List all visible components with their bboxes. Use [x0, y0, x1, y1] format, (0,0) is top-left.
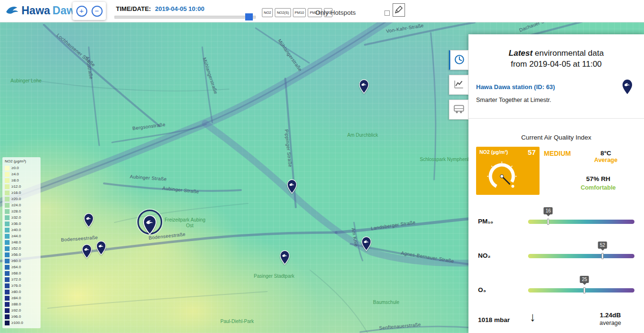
legend-swatch: [5, 166, 10, 171]
pollutant-chip-pm10[interactable]: PM10: [293, 8, 306, 17]
panel-title-line2: from 2019-04-05 at 11:00: [468, 60, 644, 69]
map-marker[interactable]: [82, 244, 93, 259]
legend-item: ≥40.0: [5, 227, 38, 233]
legend-swatch: [5, 191, 10, 195]
legend-label: ≥24.0: [11, 203, 21, 207]
street-label: Senftenauerstraße: [379, 322, 421, 331]
park-label: Ost: [186, 223, 194, 228]
transport-tab-button[interactable]: [449, 100, 468, 120]
panel-tool-buttons: [449, 50, 468, 120]
chart-tab-button[interactable]: [449, 75, 468, 95]
temperature-block: 8°C Average: [586, 150, 626, 163]
legend-label: ≥80.0: [11, 290, 21, 294]
legend-swatch: [5, 197, 10, 202]
aqi-gauge-card: NO2 (µg/m³) 57: [476, 147, 540, 195]
gauge-value: 57: [528, 148, 536, 156]
bar-thumb[interactable]: [583, 287, 585, 293]
legend-swatch: [5, 172, 10, 177]
app-root: HawaDawa + − TIME/DATE: 2019-04-05 10:00…: [0, 0, 644, 333]
map-marker-selected[interactable]: [142, 215, 157, 235]
noise-block: 1.24dB average: [600, 312, 621, 326]
legend-label: ≥68.0: [11, 271, 21, 275]
pressure-value: 1018 mbar: [478, 316, 510, 323]
history-clock-icon: [454, 54, 465, 67]
legend-swatch: [5, 246, 10, 251]
bar-gradient-track[interactable]: [528, 220, 634, 224]
legend-item: ≥48.0: [5, 239, 38, 245]
time-slider-handle[interactable]: [245, 13, 253, 20]
legend-swatch: [5, 240, 10, 245]
panel-divider: [468, 118, 644, 119]
street-label: Von-Kahr-Straße: [386, 23, 424, 34]
legend-label: ≥44.0: [11, 234, 21, 238]
map-canvas[interactable]: Lochhausener StraßeAltostraßeMühlangerst…: [0, 22, 644, 333]
legend-item: ≥60.0: [5, 258, 38, 264]
bar-thumb[interactable]: [547, 219, 549, 225]
legend-title: NO2 (µg/m³): [5, 159, 38, 163]
temperature-value: 8°C: [586, 150, 626, 157]
zoom-out-button[interactable]: −: [92, 6, 103, 17]
legend-item: ≥92.0: [5, 307, 38, 313]
legend-swatch: [5, 321, 10, 325]
legend-item: ≥100.0: [5, 320, 38, 326]
legend-items: ≥0.0≥4.0≥8.0≥12.0≥16.0≥20.0≥24.0≥28.0≥32…: [5, 165, 38, 326]
map-marker[interactable]: [287, 179, 298, 194]
legend-swatch: [5, 277, 10, 282]
bar-gradient-track[interactable]: [528, 288, 634, 293]
pollutant-chip-no2s[interactable]: NO2(S): [275, 8, 291, 17]
legend-label: ≥92.0: [11, 308, 21, 313]
logo: HawaDawa: [5, 4, 81, 17]
street-label: Bergsonstraße: [132, 122, 166, 131]
map-marker[interactable]: [280, 250, 291, 265]
park-label: Baumschule: [373, 300, 399, 305]
legend-label: ≥84.0: [11, 296, 21, 300]
legend-label: ≥56.0: [11, 252, 21, 257]
map-marker[interactable]: [359, 79, 370, 94]
station-name-link[interactable]: Hawa Dawa station (ID: 63): [476, 83, 555, 91]
bar-gradient-track[interactable]: [528, 254, 634, 258]
street-label: Landsberger Straße: [371, 220, 416, 231]
logo-text-hawa: Hawa: [21, 4, 50, 17]
legend-item: ≥8.0: [5, 177, 38, 183]
transport-icon: [453, 104, 465, 116]
pollutant-chip-no2[interactable]: NO2: [262, 8, 273, 17]
legend-label: ≥4.0: [11, 172, 19, 176]
aqi-heading: Current Air Quality Index: [468, 134, 644, 141]
legend-swatch: [5, 215, 10, 220]
legend-item: ≥88.0: [5, 301, 38, 307]
panel-title-rest: environmental data: [532, 49, 603, 58]
time-slider-track[interactable]: [114, 16, 256, 19]
legend-label: ≥12.0: [11, 184, 21, 189]
bar-value-tooltip: 16: [544, 207, 553, 214]
legend-swatch: [5, 283, 10, 288]
legend-item: ≥76.0: [5, 283, 38, 289]
station-pin-icon: [621, 79, 634, 97]
map-marker[interactable]: [96, 241, 107, 255]
legend-label: ≥32.0: [11, 215, 21, 220]
legend-label: ≥20.0: [11, 197, 21, 201]
temperature-rating: Average: [586, 157, 626, 163]
legend-label: ≥64.0: [11, 265, 21, 269]
draw-tool-button[interactable]: [393, 3, 405, 17]
street-label: Bodenseestraße: [61, 235, 98, 242]
pressure-down-arrow-icon: ↓: [530, 310, 536, 324]
zoom-in-button[interactable]: +: [76, 6, 87, 17]
legend-item: ≥32.0: [5, 214, 38, 221]
map-marker[interactable]: [361, 236, 372, 251]
legend-label: ≥0.0: [11, 166, 19, 170]
map-marker[interactable]: [83, 213, 94, 228]
legend-item: ≥16.0: [5, 190, 38, 196]
legend-swatch: [5, 234, 10, 239]
bar-thumb[interactable]: [602, 253, 603, 259]
park-label: Freizeitpark Aubing: [165, 217, 206, 222]
legend-item: ≥0.0: [5, 165, 38, 171]
time-date-value: 2019-04-05 10:00: [155, 5, 204, 12]
legend-item: ≥28.0: [5, 208, 38, 214]
legend-swatch: [5, 209, 10, 214]
only-hotspots-checkbox[interactable]: [384, 10, 390, 16]
legend-swatch: [5, 302, 10, 307]
zoom-control: + −: [73, 2, 106, 20]
legend-item: ≥80.0: [5, 289, 38, 295]
history-tab-button[interactable]: [449, 50, 468, 70]
panel-title-emphasis: Latest: [509, 49, 532, 58]
